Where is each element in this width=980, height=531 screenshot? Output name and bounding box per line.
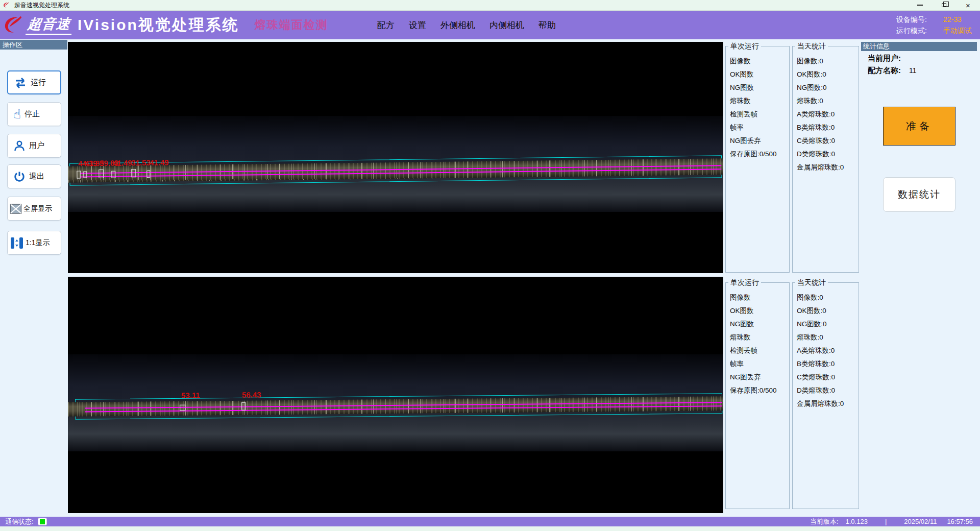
minimize-icon [917, 5, 923, 6]
groupbox-title: 当天统计 [795, 42, 828, 51]
stat-row: OK图数 [730, 68, 788, 81]
status-bar: 通信状态: 当前版本: 1.0.123 | 2025/02/11 16:57:5… [0, 517, 980, 526]
one-to-one-button[interactable]: 1:1显示 [7, 231, 61, 255]
hand-icon: ☝ [13, 108, 21, 120]
measurement-value: 31.53 [131, 158, 151, 167]
brand-text: 超音速 [26, 15, 74, 35]
detection-box [111, 171, 115, 178]
maximize-button[interactable] [932, 0, 956, 10]
stat-row: 保存原图:0/500 [730, 148, 788, 161]
version-label: 当前版本: [810, 517, 839, 526]
stat-row: 图像数 [730, 55, 788, 68]
window-controls: × [908, 0, 980, 10]
device-number-value: 22-33 [943, 14, 962, 25]
stat-row: 保存原图:0/500 [730, 384, 788, 397]
stats-info-title: 统计信息 [861, 42, 977, 51]
run-mode-label: 运行模式: [896, 25, 936, 36]
device-info: 设备编号: 22-33 运行模式: 手动调试 [896, 14, 972, 37]
stat-row: 检测丢帧 [730, 344, 788, 357]
detection-box [131, 169, 136, 177]
menu-item[interactable]: 帮助 [538, 19, 556, 31]
stat-row: NG图数:0 [797, 81, 857, 94]
groupbox-title: 单次运行 [728, 278, 761, 287]
ready-button[interactable]: 准备 [883, 107, 955, 146]
stat-row: 检测丢帧 [730, 108, 788, 121]
detection-overlay: 53.1156.43 [68, 277, 723, 513]
stop-button-label: 停止 [24, 109, 40, 119]
current-user-label: 当前用户: [868, 54, 901, 63]
current-time: 16:57:56 [947, 518, 973, 525]
device-number-label: 设备编号: [896, 14, 936, 25]
stat-row: OK图数:0 [797, 68, 857, 81]
user-button[interactable]: 用户 [7, 134, 61, 158]
app-subtitle: 熔珠端面检测 [255, 17, 328, 33]
stat-row: C类熔珠数:0 [797, 134, 857, 148]
stat-row: 熔珠数:0 [797, 94, 857, 108]
detection-box [83, 171, 87, 178]
detection-box [77, 171, 81, 179]
user-icon [13, 140, 26, 152]
exit-button-label: 退出 [29, 172, 44, 181]
exit-button[interactable]: 退出 [7, 164, 61, 188]
single-run-stats-bottom: 单次运行 图像数OK图数NG图数熔珠数检测丢帧帧率NG图丢弃保存原图:0/500 [725, 282, 790, 509]
comm-status-label: 通信状态: [5, 517, 34, 526]
stat-row: B类熔珠数:0 [797, 357, 857, 371]
comm-green-dot [40, 519, 45, 524]
app-window: 超音速视觉处理系统 × 超音速 IVision视觉处理系统 熔珠端面检测 配方设… [0, 0, 980, 531]
stat-row: 图像数:0 [797, 55, 857, 68]
run-mode-value: 手动调试 [943, 25, 972, 36]
one-to-one-button-label: 1:1显示 [26, 238, 50, 248]
stat-row: NG图数 [730, 81, 788, 94]
minimize-button[interactable] [908, 0, 932, 10]
close-button[interactable]: × [956, 0, 980, 10]
fullscreen-icon [10, 203, 22, 214]
version-info: 当前版本: 1.0.123 | 2025/02/11 16:57:56 [810, 517, 973, 526]
fullscreen-button[interactable]: 全屏显示 [7, 197, 61, 221]
inner-camera-view: 53.1156.43 [68, 277, 723, 513]
stop-button[interactable]: ☝ 停止 [7, 102, 61, 126]
operation-area-title: 操作区 [0, 40, 67, 50]
stat-row: 帧率 [730, 121, 788, 134]
stat-row: OK图数 [730, 304, 788, 318]
recipe-name-value: 11 [909, 66, 917, 75]
one-to-one-icon [10, 236, 24, 250]
detection-box [241, 402, 246, 411]
app-title: IVision视觉处理系统 [78, 15, 239, 36]
measurement-value: 41.49 [150, 158, 169, 166]
version-value: 1.0.123 [846, 518, 868, 525]
stat-row: 帧率 [730, 357, 788, 371]
menu-item[interactable]: 设置 [409, 19, 426, 31]
brand-swoosh-icon [3, 14, 27, 36]
recipe-name-row: 配方名称: 11 [868, 66, 917, 76]
groupbox-title: 当天统计 [795, 278, 828, 287]
maximize-icon [942, 3, 946, 7]
measurement-value: 53.11 [181, 391, 200, 399]
window-title: 超音速视觉处理系统 [14, 1, 69, 10]
run-button[interactable]: 运行 [7, 70, 61, 94]
stat-row: NG图数:0 [797, 318, 857, 331]
stat-row: 熔珠数 [730, 331, 788, 344]
measurement-value: 41.49 [113, 158, 132, 167]
stat-row: 熔珠数 [730, 94, 788, 108]
stat-row: D类熔珠数:0 [797, 148, 857, 161]
menu-item[interactable]: 外侧相机 [440, 19, 475, 31]
stat-row: 熔珠数:0 [797, 331, 857, 344]
user-button-label: 用户 [29, 141, 44, 151]
stat-row: 图像数 [730, 291, 788, 304]
detection-box [99, 170, 104, 178]
title-bar: 超音速视觉处理系统 × [0, 0, 980, 11]
menu-item[interactable]: 内侧相机 [489, 19, 524, 31]
power-icon [13, 171, 26, 183]
groupbox-title: 单次运行 [728, 42, 761, 51]
daily-stats-top: 当天统计 图像数:0OK图数:0NG图数:0熔珠数:0A类熔珠数:0B类熔珠数:… [792, 46, 859, 273]
single-run-stats-top: 单次运行 图像数OK图数NG图数熔珠数检测丢帧帧率NG图丢弃保存原图:0/500 [725, 46, 790, 273]
fullscreen-button-label: 全屏显示 [23, 204, 52, 213]
current-user-row: 当前用户: [868, 54, 909, 63]
stat-row: A类熔珠数:0 [797, 344, 857, 357]
stat-row: 金属屑熔珠数:0 [797, 397, 857, 411]
detection-box [180, 405, 185, 411]
detection-box [146, 171, 150, 178]
menu-item[interactable]: 配方 [377, 19, 395, 31]
data-statistics-button[interactable]: 数据统计 [883, 177, 955, 212]
run-button-label: 运行 [31, 78, 46, 87]
